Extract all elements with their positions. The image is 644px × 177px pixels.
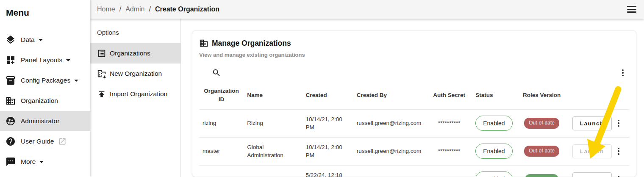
sidebar-item-organization[interactable]: Organization xyxy=(0,91,90,111)
building-add-icon xyxy=(97,69,106,78)
cell-organization-id: my-org xyxy=(199,165,244,177)
launch-button-target[interactable]: Launch xyxy=(572,172,612,177)
option-item-label: Organizations xyxy=(110,50,150,57)
main-sidebar: Menu Data Panel Layouts Conf xyxy=(0,0,90,177)
sidebar-item-label: Data xyxy=(21,36,35,44)
breadcrumb-separator: / xyxy=(149,6,151,13)
column-header-roles-version: Roles Version xyxy=(514,83,569,109)
sidebar-title: Menu xyxy=(0,6,90,20)
cell-organization-id: rizing xyxy=(199,109,244,137)
table-row: rizing Rizing 10/14/21, 2:00 PM russell.… xyxy=(199,109,629,137)
content-region: Home / Admin / Create Organization Optio… xyxy=(90,0,644,177)
top-app-bar: Home / Admin / Create Organization xyxy=(90,0,644,19)
cell-created: 5/22/24, 12:18 PM xyxy=(302,165,353,177)
cell-created-by: russell.green@rizing.com xyxy=(353,109,426,137)
sidebar-item-config-packages[interactable]: Config Packages xyxy=(0,70,90,91)
cell-name: Global Administration xyxy=(244,137,302,165)
sidebar-item-label: Organization xyxy=(21,97,58,105)
page-title: Manage Organizations xyxy=(212,39,291,48)
row-menu-kebab-icon[interactable] xyxy=(615,119,622,128)
roles-version-badge: Up-to-date xyxy=(525,174,558,177)
column-header-name: Name xyxy=(244,83,302,109)
upload-icon xyxy=(97,89,106,99)
main-area: Manage Organizations View and manage exi… xyxy=(181,19,644,177)
option-item-new-organization[interactable]: New Organization xyxy=(90,64,180,84)
cell-created-by: russell.green@rizing.com xyxy=(353,137,426,165)
table-options-kebab-icon[interactable] xyxy=(619,68,627,77)
sidebar-item-label: More xyxy=(21,158,36,166)
cell-name: My Org xyxy=(244,165,302,177)
sidebar-item-administrator[interactable]: Administrator xyxy=(0,111,90,131)
breadcrumb: Home / Admin / Create Organization xyxy=(97,6,219,13)
column-header-created: Created xyxy=(302,83,353,109)
table-toolbar xyxy=(199,58,629,80)
option-item-label: Import Organization xyxy=(110,90,167,98)
row-menu-kebab-icon[interactable] xyxy=(615,174,622,177)
sidebar-item-data[interactable]: Data xyxy=(0,30,90,50)
options-panel: Options Organizations New Organization xyxy=(90,19,181,177)
list-icon xyxy=(97,49,106,58)
cell-name: Rizing xyxy=(244,109,302,137)
building-icon xyxy=(199,39,208,48)
sidebar-nav: Data Panel Layouts Config Packages xyxy=(0,30,90,172)
roles-version-badge: Out-of-date xyxy=(524,118,559,128)
config-packages-icon xyxy=(6,75,16,86)
organizations-table: Organization ID Name Created Created By … xyxy=(199,83,629,177)
table-row: master Global Administration 10/14/21, 2… xyxy=(199,137,629,165)
chevron-down-icon xyxy=(39,39,43,41)
sidebar-item-more[interactable]: More xyxy=(0,152,90,172)
manage-organizations-card: Manage Organizations View and manage exi… xyxy=(192,30,636,177)
cell-auth-secret: ********** xyxy=(426,137,472,165)
row-menu-kebab-icon[interactable] xyxy=(615,147,622,156)
sidebar-item-label: User Guide xyxy=(21,138,54,145)
search-icon[interactable] xyxy=(212,68,221,77)
chat-icon xyxy=(6,157,16,167)
breadcrumb-home-link[interactable]: Home xyxy=(97,6,115,13)
breadcrumb-current: Create Organization xyxy=(155,6,219,13)
panel-layouts-icon xyxy=(6,55,16,65)
administrator-icon xyxy=(6,116,16,126)
options-panel-title: Options xyxy=(90,19,180,43)
roles-version-badge: Out-of-date xyxy=(524,146,559,156)
cell-created-by: russell.green@rizing.com xyxy=(353,165,426,177)
status-badge: Enabled xyxy=(475,116,512,131)
app-root: Menu Data Panel Layouts Conf xyxy=(0,0,644,177)
cell-auth-secret: ********** xyxy=(426,109,472,137)
chevron-down-icon xyxy=(66,59,70,61)
breadcrumb-admin-link[interactable]: Admin xyxy=(125,6,144,13)
option-item-label: New Organization xyxy=(110,70,162,77)
table-row: my-org My Org 5/22/24, 12:18 PM russell.… xyxy=(199,165,629,177)
cell-organization-id: master xyxy=(199,137,244,165)
option-item-organizations[interactable]: Organizations xyxy=(90,43,180,64)
sidebar-item-label: Panel Layouts xyxy=(21,56,62,64)
option-item-import-organization[interactable]: Import Organization xyxy=(90,84,180,104)
cell-created: 10/14/21, 2:00 PM xyxy=(302,137,353,165)
status-badge: Enabled xyxy=(475,144,512,159)
column-header-actions xyxy=(569,83,611,109)
chevron-down-icon xyxy=(74,80,78,82)
cell-auth-secret: ********** xyxy=(426,165,472,177)
open-in-new-icon xyxy=(58,137,67,146)
sidebar-item-label: Administrator xyxy=(21,117,59,125)
column-header-status: Status xyxy=(472,83,514,109)
chevron-down-icon xyxy=(39,161,44,163)
status-badge: Enabled xyxy=(475,171,512,177)
sidebar-item-label: Config Packages xyxy=(21,77,70,84)
sidebar-item-panel-layouts[interactable]: Panel Layouts xyxy=(0,50,90,70)
help-icon xyxy=(6,136,16,147)
organization-icon xyxy=(6,96,16,106)
sidebar-item-user-guide[interactable]: User Guide xyxy=(0,131,90,152)
launch-button-disabled: Launch xyxy=(572,144,612,158)
breadcrumb-separator: / xyxy=(119,6,121,13)
column-header-created-by: Created By xyxy=(353,83,426,109)
content-body: Options Organizations New Organization xyxy=(90,19,644,177)
layers-icon xyxy=(6,35,16,45)
table-header-row: Organization ID Name Created Created By … xyxy=(199,83,629,109)
column-header-menu xyxy=(611,83,629,109)
column-header-organization-id: Organization ID xyxy=(199,83,244,109)
hamburger-menu-icon[interactable] xyxy=(627,6,636,13)
launch-button[interactable]: Launch xyxy=(572,116,612,130)
column-header-auth-secret: Auth Secret xyxy=(426,83,472,109)
page-subtitle: View and manage existing organizations xyxy=(199,52,629,58)
cell-created: 10/14/21, 2:00 PM xyxy=(302,109,353,137)
